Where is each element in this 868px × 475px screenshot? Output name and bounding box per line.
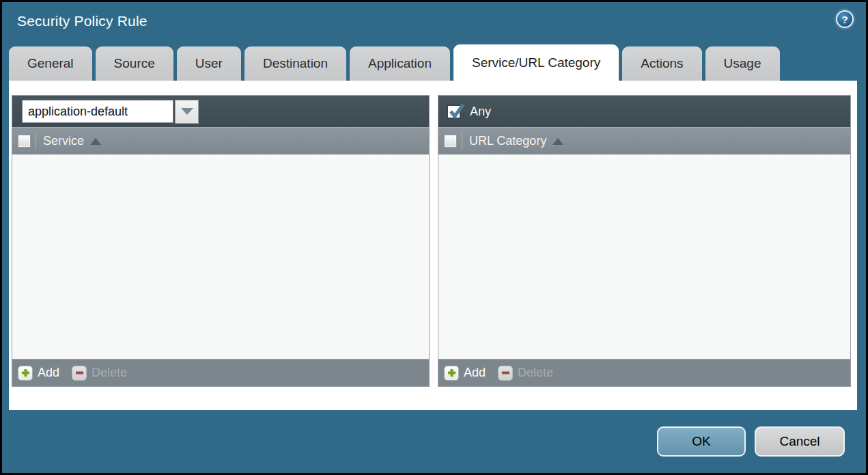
- dialog-title: Security Policy Rule: [17, 13, 148, 29]
- tab-label: Destination: [263, 56, 328, 71]
- url-category-footer: Add Delete: [438, 359, 850, 386]
- any-checkbox-row[interactable]: Any: [447, 105, 491, 119]
- url-category-table-header: URL Category: [438, 127, 850, 154]
- tab-label: Service/URL Category: [472, 55, 600, 70]
- tab-label: Source: [114, 56, 155, 71]
- service-type-dropdown[interactable]: application-default: [22, 100, 199, 124]
- column-separator: [462, 133, 462, 150]
- tab-actions[interactable]: Actions: [622, 46, 701, 81]
- tab-user[interactable]: User: [177, 46, 241, 81]
- minus-icon: [498, 366, 513, 381]
- tab-label: Application: [368, 56, 432, 71]
- tab-label: General: [27, 56, 74, 71]
- tab-general[interactable]: General: [9, 46, 92, 81]
- service-select-all-cell: [12, 135, 36, 148]
- delete-label: Delete: [518, 366, 553, 380]
- url-category-toolbar: Any: [438, 96, 850, 127]
- column-separator: [36, 133, 36, 150]
- tab-service-url-category[interactable]: Service/URL Category: [453, 44, 619, 81]
- service-footer: Add Delete: [12, 359, 429, 386]
- service-table-header: Service: [12, 127, 429, 154]
- help-glyph: ?: [841, 14, 848, 25]
- checkmark-icon: [449, 103, 465, 120]
- plus-icon: [18, 366, 33, 381]
- tab-usage[interactable]: Usage: [705, 46, 780, 81]
- service-panel: application-default Service Add: [12, 95, 430, 387]
- sort-ascending-icon[interactable]: [90, 138, 101, 145]
- ok-button[interactable]: OK: [657, 426, 746, 457]
- dialog-action-buttons: OK Cancel: [657, 426, 845, 457]
- tab-source[interactable]: Source: [96, 46, 173, 81]
- url-category-select-all-cell: [438, 135, 462, 148]
- service-list: [12, 154, 429, 359]
- url-category-list: [438, 154, 850, 359]
- url-category-column-header[interactable]: URL Category: [469, 134, 546, 148]
- service-delete-button[interactable]: Delete: [72, 366, 127, 381]
- delete-label: Delete: [92, 366, 127, 380]
- any-checkbox[interactable]: [447, 105, 461, 119]
- minus-icon: [72, 366, 87, 381]
- service-column-header[interactable]: Service: [43, 134, 84, 148]
- service-type-value[interactable]: application-default: [22, 100, 173, 123]
- plus-icon: [444, 366, 459, 381]
- tab-label: User: [195, 56, 223, 71]
- security-policy-rule-dialog: { "window": { "title": "Security Policy …: [0, 0, 868, 475]
- url-category-panel: Any URL Category Add Delete: [438, 95, 851, 387]
- add-label: Add: [38, 366, 59, 380]
- url-category-select-all-checkbox[interactable]: [444, 135, 457, 148]
- help-icon[interactable]: ?: [836, 10, 854, 28]
- tab-bar: General Source User Destination Applicat…: [9, 46, 859, 81]
- tab-label: Usage: [724, 56, 761, 71]
- any-label: Any: [470, 105, 491, 119]
- sort-ascending-icon[interactable]: [552, 138, 563, 145]
- service-add-button[interactable]: Add: [18, 366, 59, 381]
- cancel-button[interactable]: Cancel: [755, 426, 845, 457]
- service-select-all-checkbox[interactable]: [18, 135, 31, 148]
- url-category-delete-button[interactable]: Delete: [498, 366, 553, 381]
- tab-destination[interactable]: Destination: [244, 46, 346, 81]
- tab-label: Actions: [641, 56, 683, 71]
- add-label: Add: [464, 366, 486, 380]
- service-toolbar: application-default: [12, 96, 429, 127]
- url-category-add-button[interactable]: Add: [444, 366, 486, 381]
- tab-application[interactable]: Application: [350, 46, 450, 81]
- service-type-dropdown-button[interactable]: [175, 100, 199, 124]
- chevron-down-icon: [181, 108, 193, 115]
- tab-content: application-default Service Add: [9, 81, 857, 410]
